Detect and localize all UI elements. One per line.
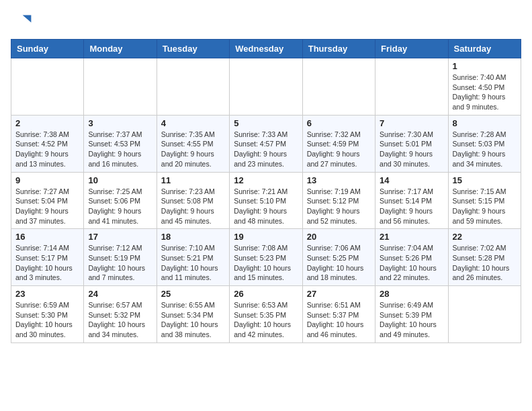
calendar-cell: 14Sunrise: 7:17 AM Sunset: 5:14 PM Dayli… (375, 172, 448, 229)
day-number: 17 (88, 232, 152, 242)
week-row-2: 2Sunrise: 7:38 AM Sunset: 4:52 PM Daylig… (11, 115, 521, 172)
day-number: 28 (380, 289, 443, 299)
calendar-cell: 28Sunrise: 6:49 AM Sunset: 5:39 PM Dayli… (375, 286, 448, 343)
weekday-header-tuesday: Tuesday (157, 40, 229, 58)
day-number: 14 (380, 175, 443, 185)
day-number: 3 (88, 118, 152, 128)
calendar-cell: 22Sunrise: 7:02 AM Sunset: 5:28 PM Dayli… (448, 229, 521, 286)
day-number: 27 (307, 289, 371, 299)
day-number: 23 (15, 289, 79, 299)
calendar-cell: 3Sunrise: 7:37 AM Sunset: 4:53 PM Daylig… (84, 115, 157, 172)
day-info: Sunrise: 6:53 AM Sunset: 5:35 PM Dayligh… (234, 300, 298, 340)
day-number: 22 (453, 232, 517, 242)
weekday-header-thursday: Thursday (302, 40, 375, 58)
calendar-cell (157, 58, 229, 116)
day-info: Sunrise: 7:12 AM Sunset: 5:19 PM Dayligh… (88, 243, 152, 283)
day-number: 26 (234, 289, 298, 299)
day-info: Sunrise: 7:23 AM Sunset: 5:08 PM Dayligh… (161, 187, 225, 226)
calendar-cell: 7Sunrise: 7:30 AM Sunset: 5:01 PM Daylig… (375, 115, 448, 172)
svg-marker-0 (23, 15, 32, 22)
calendar-cell: 17Sunrise: 7:12 AM Sunset: 5:19 PM Dayli… (84, 229, 157, 286)
calendar-table: SundayMondayTuesdayWednesdayThursdayFrid… (11, 39, 521, 343)
calendar-cell: 9Sunrise: 7:27 AM Sunset: 5:04 PM Daylig… (11, 172, 84, 229)
day-number: 11 (161, 175, 225, 185)
day-number: 1 (453, 61, 517, 71)
day-info: Sunrise: 7:14 AM Sunset: 5:17 PM Dayligh… (15, 243, 79, 283)
day-info: Sunrise: 7:19 AM Sunset: 5:12 PM Dayligh… (307, 187, 371, 226)
calendar-cell: 11Sunrise: 7:23 AM Sunset: 5:08 PM Dayli… (157, 172, 229, 229)
day-info: Sunrise: 7:15 AM Sunset: 5:15 PM Dayligh… (453, 187, 517, 226)
calendar-cell: 27Sunrise: 6:51 AM Sunset: 5:37 PM Dayli… (302, 286, 375, 343)
day-number: 20 (307, 232, 371, 242)
week-row-1: 1Sunrise: 7:40 AM Sunset: 4:50 PM Daylig… (11, 58, 521, 116)
logo (11, 11, 35, 32)
calendar-cell: 2Sunrise: 7:38 AM Sunset: 4:52 PM Daylig… (11, 115, 84, 172)
calendar-body: 1Sunrise: 7:40 AM Sunset: 4:50 PM Daylig… (11, 58, 521, 343)
day-number: 25 (161, 289, 225, 299)
day-info: Sunrise: 7:21 AM Sunset: 5:10 PM Dayligh… (234, 187, 298, 226)
day-number: 13 (307, 175, 371, 185)
weekday-header-saturday: Saturday (448, 40, 521, 58)
calendar-cell (84, 58, 157, 116)
day-info: Sunrise: 7:32 AM Sunset: 4:59 PM Dayligh… (307, 130, 371, 169)
calendar-cell: 12Sunrise: 7:21 AM Sunset: 5:10 PM Dayli… (230, 172, 302, 229)
week-row-4: 16Sunrise: 7:14 AM Sunset: 5:17 PM Dayli… (11, 229, 521, 286)
day-number: 24 (88, 289, 152, 299)
calendar-cell: 24Sunrise: 6:57 AM Sunset: 5:32 PM Dayli… (84, 286, 157, 343)
calendar-cell (302, 58, 375, 116)
calendar-cell: 5Sunrise: 7:33 AM Sunset: 4:57 PM Daylig… (230, 115, 302, 172)
day-info: Sunrise: 6:59 AM Sunset: 5:30 PM Dayligh… (15, 300, 79, 340)
day-number: 7 (380, 118, 443, 128)
calendar-cell: 13Sunrise: 7:19 AM Sunset: 5:12 PM Dayli… (302, 172, 375, 229)
day-info: Sunrise: 7:08 AM Sunset: 5:23 PM Dayligh… (234, 243, 298, 283)
calendar-cell: 8Sunrise: 7:28 AM Sunset: 5:03 PM Daylig… (448, 115, 521, 172)
calendar-cell: 26Sunrise: 6:53 AM Sunset: 5:35 PM Dayli… (230, 286, 302, 343)
day-number: 5 (234, 118, 298, 128)
day-info: Sunrise: 7:35 AM Sunset: 4:55 PM Dayligh… (161, 130, 225, 169)
day-info: Sunrise: 6:57 AM Sunset: 5:32 PM Dayligh… (88, 300, 152, 340)
calendar-cell (230, 58, 302, 116)
day-info: Sunrise: 7:25 AM Sunset: 5:06 PM Dayligh… (88, 187, 152, 226)
weekday-header-row: SundayMondayTuesdayWednesdayThursdayFrid… (11, 40, 521, 58)
day-info: Sunrise: 6:51 AM Sunset: 5:37 PM Dayligh… (307, 300, 371, 340)
week-row-5: 23Sunrise: 6:59 AM Sunset: 5:30 PM Dayli… (11, 286, 521, 343)
calendar-cell: 25Sunrise: 6:55 AM Sunset: 5:34 PM Dayli… (157, 286, 229, 343)
weekday-header-monday: Monday (84, 40, 157, 58)
day-info: Sunrise: 7:27 AM Sunset: 5:04 PM Dayligh… (15, 187, 79, 226)
day-number: 4 (161, 118, 225, 128)
day-info: Sunrise: 7:30 AM Sunset: 5:01 PM Dayligh… (380, 130, 443, 169)
day-info: Sunrise: 7:06 AM Sunset: 5:25 PM Dayligh… (307, 243, 371, 283)
calendar-header: SundayMondayTuesdayWednesdayThursdayFrid… (11, 40, 521, 58)
day-number: 6 (307, 118, 371, 128)
day-number: 2 (15, 118, 79, 128)
calendar-cell: 18Sunrise: 7:10 AM Sunset: 5:21 PM Dayli… (157, 229, 229, 286)
calendar-cell (11, 58, 84, 116)
weekday-header-friday: Friday (375, 40, 448, 58)
day-number: 21 (380, 232, 443, 242)
day-info: Sunrise: 7:33 AM Sunset: 4:57 PM Dayligh… (234, 130, 298, 169)
calendar-cell: 16Sunrise: 7:14 AM Sunset: 5:17 PM Dayli… (11, 229, 84, 286)
day-info: Sunrise: 7:38 AM Sunset: 4:52 PM Dayligh… (15, 130, 79, 169)
calendar-cell (375, 58, 448, 116)
day-info: Sunrise: 7:37 AM Sunset: 4:53 PM Dayligh… (88, 130, 152, 169)
day-number: 15 (453, 175, 517, 185)
day-number: 16 (15, 232, 79, 242)
calendar-cell: 6Sunrise: 7:32 AM Sunset: 4:59 PM Daylig… (302, 115, 375, 172)
calendar-cell: 21Sunrise: 7:04 AM Sunset: 5:26 PM Dayli… (375, 229, 448, 286)
calendar-cell: 1Sunrise: 7:40 AM Sunset: 4:50 PM Daylig… (448, 58, 521, 116)
week-row-3: 9Sunrise: 7:27 AM Sunset: 5:04 PM Daylig… (11, 172, 521, 229)
calendar-cell: 19Sunrise: 7:08 AM Sunset: 5:23 PM Dayli… (230, 229, 302, 286)
calendar-cell: 15Sunrise: 7:15 AM Sunset: 5:15 PM Dayli… (448, 172, 521, 229)
header (11, 11, 521, 32)
day-info: Sunrise: 7:40 AM Sunset: 4:50 PM Dayligh… (453, 73, 517, 112)
day-info: Sunrise: 6:49 AM Sunset: 5:39 PM Dayligh… (380, 300, 443, 340)
weekday-header-sunday: Sunday (11, 40, 84, 58)
day-number: 9 (15, 175, 79, 185)
calendar-cell: 10Sunrise: 7:25 AM Sunset: 5:06 PM Dayli… (84, 172, 157, 229)
calendar-cell: 20Sunrise: 7:06 AM Sunset: 5:25 PM Dayli… (302, 229, 375, 286)
calendar-cell (448, 286, 521, 343)
day-info: Sunrise: 7:10 AM Sunset: 5:21 PM Dayligh… (161, 243, 225, 283)
weekday-header-wednesday: Wednesday (230, 40, 302, 58)
day-number: 19 (234, 232, 298, 242)
logo-icon (11, 11, 32, 32)
